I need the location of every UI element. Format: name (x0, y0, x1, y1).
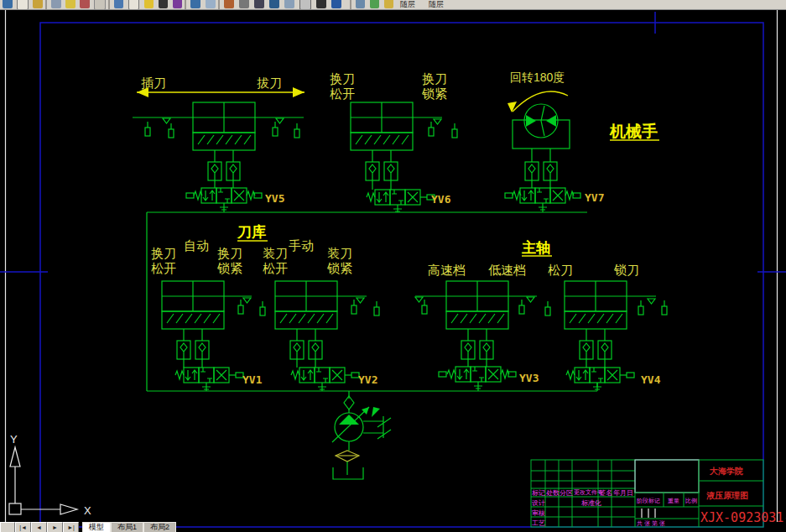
stage-mark-label: 阶段标记 (637, 498, 660, 504)
sheet-border (0, 12, 786, 527)
toolbar-icon-fragment[interactable] (33, 0, 43, 8)
toolbar-icon-fragment[interactable] (144, 0, 154, 8)
low-gear-label: 低速档 (488, 263, 526, 277)
ucs-x-label: X (84, 504, 91, 517)
toolbar-icon-fragment[interactable] (51, 0, 61, 8)
standardization-label: 标准化 (581, 499, 601, 507)
spindle-release-label: 松刀 (548, 263, 573, 277)
bylayer-color-dropdown[interactable]: 随层 (393, 0, 422, 10)
toolbar-icon-fragment[interactable] (17, 0, 29, 10)
toolbar-icon-fragment[interactable] (316, 0, 326, 8)
design-label: 设计 (532, 499, 545, 507)
toolbar-icon-fragment[interactable] (331, 0, 341, 8)
toolbar-icon-fragment[interactable] (224, 0, 234, 8)
valve-yv7 (505, 188, 580, 212)
tab-nav-last-button[interactable]: ►| (63, 522, 79, 532)
rev-header-date: 年月日 (613, 489, 633, 497)
toolbar-icon-fragment[interactable] (173, 0, 182, 8)
tab-layout1[interactable]: 布局1 (111, 522, 143, 532)
toolbar-icon-fragment[interactable] (159, 0, 168, 8)
auto-mode-label: 自动 (184, 238, 209, 253)
toolbar-icon-fragment[interactable] (190, 0, 200, 8)
filter-symbol (336, 451, 359, 462)
toolbar-icon-fragment[interactable] (128, 0, 139, 10)
valve-yv2 (291, 368, 359, 391)
toolbar-icon-fragment[interactable] (299, 0, 311, 10)
layout-tab-bar: |◄ ◄ ► ►| 模型 布局1 布局2 (0, 522, 786, 532)
toolchange-release-label-1: 换刀 (330, 71, 355, 86)
toolbar-icon-fragment[interactable] (114, 0, 123, 8)
rev-header-zone: 分区 (560, 489, 573, 497)
mag-install-release-label-2: 松开 (263, 261, 288, 275)
tank-symbol (333, 462, 363, 479)
valve-label-yv3: YV3 (519, 372, 539, 384)
toolbar-icon-fragment[interactable] (269, 0, 279, 8)
toolbar-icon-fragment[interactable] (65, 0, 75, 8)
tab-nav-next-button[interactable]: ► (47, 522, 63, 532)
toolbar-icon-fragment[interactable] (206, 0, 216, 8)
toolbar-icon-fragment[interactable] (3, 0, 13, 8)
valve-yv1 (175, 368, 243, 391)
weight-label: 重量 (668, 498, 679, 503)
toolchange-lock-label-2: 锁紧 (421, 86, 447, 101)
toolbar-icon-fragment[interactable] (384, 0, 393, 8)
toolchange-release-label-2: 松开 (330, 86, 355, 101)
title-block: 标记 处数 分区 更改文件号 签名 年月日 设计 标准化 审核 工艺 阶段标记 … (531, 460, 786, 527)
mag-lock-label-2: 锁紧 (216, 261, 242, 275)
valve-label-yv7: YV7 (585, 191, 604, 204)
mag-release-label-2: 松开 (151, 261, 176, 275)
rotate-180-label: 回转180度 (510, 70, 565, 84)
manipulator-title: 机械手 (609, 123, 658, 140)
company-name: 大海学院 (709, 467, 743, 476)
ucs-icon: Y X (9, 433, 91, 517)
mag-install-release-label-1: 装刀 (263, 246, 288, 260)
valve-label-yv4: YV4 (641, 373, 661, 386)
toolchange-lock-label-1: 换刀 (422, 71, 447, 86)
application-window: 随层 随层 (0, 0, 786, 532)
bylayer-linetype-dropdown[interactable]: 随层 (422, 0, 450, 10)
mag-release-label-1: 换刀 (151, 246, 176, 260)
toolbar-icon-fragment[interactable] (356, 0, 365, 8)
toolbar-icon-fragment[interactable] (370, 0, 379, 8)
tab-nav-first-button[interactable]: |◄ (15, 522, 31, 532)
valve-yv3 (439, 367, 516, 391)
valve-yv4 (566, 368, 634, 389)
ucs-y-label: Y (10, 433, 18, 446)
toolbar-icon-fragment[interactable] (239, 0, 249, 8)
cylinder-symbol (133, 102, 304, 188)
cylinder-symbol (351, 102, 457, 190)
rev-header-count: 处数 (546, 489, 560, 497)
rev-header-signature: 签名 (599, 489, 612, 497)
cylinder-symbol (162, 281, 265, 368)
rotary-actuator-symbol (513, 104, 570, 188)
tab-layout2[interactable]: 布局2 (143, 522, 176, 532)
toolbar-icon-fragment[interactable] (284, 0, 294, 8)
top-toolbar: 随层 随层 (0, 0, 786, 10)
tab-scroll-corner[interactable] (0, 522, 15, 532)
spindle-group: 主轴 高速档 低速档 松刀 锁刀 (415, 239, 667, 391)
valve-yv5 (186, 188, 262, 212)
toolbar-icon-fragment[interactable] (94, 0, 106, 10)
valve-label-yv6: YV6 (431, 193, 451, 206)
drawing-canvas[interactable]: 插刀 拔刀 (0, 0, 786, 532)
manual-mode-label: 手动 (289, 238, 314, 253)
rotate-arc-arrow (508, 91, 568, 112)
cylinder-symbol (565, 281, 667, 368)
drawing-title: 液压原理图 (706, 491, 748, 500)
cylinder-symbol (275, 281, 379, 368)
valve-label-yv1: YV1 (242, 373, 263, 386)
cylinder-symbol (415, 281, 550, 367)
review-label: 审核 (532, 509, 545, 517)
tab-model[interactable]: 模型 (82, 522, 111, 532)
tab-nav-prev-button[interactable]: ◄ (31, 522, 47, 532)
valve-yv6 (367, 190, 435, 212)
pull-tool-label: 拔刀 (257, 76, 282, 90)
drawing-window-edges (6, 9, 778, 522)
toolbar-icon-fragment[interactable] (80, 0, 90, 8)
valve-label-yv2: YV2 (358, 373, 377, 386)
spindle-lock-label: 锁刀 (613, 263, 639, 277)
magazine-title: 刀库 (237, 223, 266, 240)
scale-label: 比例 (685, 498, 697, 504)
mag-install-lock-label-2: 锁紧 (326, 261, 352, 275)
toolbar-icon-fragment[interactable] (254, 0, 264, 8)
